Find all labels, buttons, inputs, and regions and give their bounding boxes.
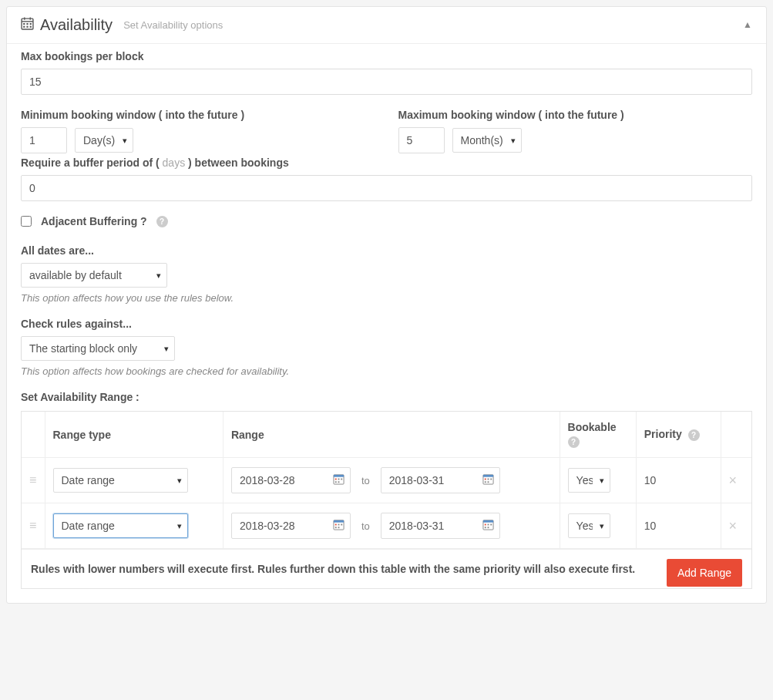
- col-priority: Priority ?: [636, 412, 721, 458]
- calendar-picker-icon[interactable]: [333, 473, 344, 487]
- table-row: ≡Date rangetoYes×: [22, 503, 751, 549]
- calendar-icon: [21, 16, 34, 34]
- svg-rect-22: [485, 481, 486, 483]
- buffer-label-post: ) between bookings: [185, 156, 289, 169]
- col-range-type: Range type: [45, 412, 223, 458]
- help-icon[interactable]: ?: [568, 436, 580, 448]
- col-priority-text: Priority: [644, 428, 682, 440]
- priority-input[interactable]: [644, 474, 691, 486]
- close-icon: ×: [729, 518, 738, 533]
- drag-icon: ≡: [29, 473, 35, 486]
- calendar-picker-icon[interactable]: [333, 519, 344, 533]
- remove-row-button[interactable]: ×: [721, 458, 751, 503]
- panel-subtitle: Set Availability options: [123, 19, 223, 31]
- svg-rect-30: [338, 527, 339, 528]
- check-rules-help: This option affects how bookings are che…: [21, 365, 752, 377]
- buffer-input[interactable]: [21, 175, 752, 201]
- check-rules-label: Check rules against...: [21, 318, 752, 330]
- range-to-text: to: [357, 520, 375, 532]
- help-icon[interactable]: ?: [156, 216, 168, 227]
- svg-rect-14: [341, 479, 342, 480]
- table-footer: Rules with lower numbers will execute fi…: [22, 549, 751, 588]
- panel-header: Availability Set Availability options ▲: [7, 7, 766, 43]
- svg-rect-6: [30, 23, 32, 25]
- add-range-button[interactable]: Add Range: [667, 559, 742, 587]
- rules-note: Rules with lower numbers will execute fi…: [31, 560, 663, 577]
- table-row: ≡Date rangetoYes×: [22, 458, 751, 503]
- range-type-select[interactable]: Date range: [53, 513, 188, 538]
- svg-rect-5: [26, 23, 28, 25]
- svg-rect-36: [485, 527, 486, 528]
- bookable-select[interactable]: Yes: [568, 513, 610, 538]
- remove-row-button[interactable]: ×: [721, 503, 751, 549]
- range-table: Range type Range Bookable ? Priority ?: [22, 412, 751, 549]
- svg-rect-8: [26, 26, 28, 28]
- svg-rect-21: [490, 479, 492, 480]
- svg-rect-20: [487, 479, 489, 480]
- min-window-label: Minimum booking window ( into the future…: [21, 109, 375, 121]
- svg-rect-19: [485, 479, 486, 480]
- adjacent-buffering-label: Adjacent Buffering ?: [41, 215, 147, 227]
- svg-rect-13: [338, 479, 339, 480]
- buffer-label: Require a buffer period of ( days ) betw…: [21, 156, 752, 169]
- collapse-button[interactable]: ▲: [743, 19, 752, 30]
- svg-rect-28: [341, 524, 342, 526]
- panel-body: Max bookings per block Minimum booking w…: [7, 43, 766, 603]
- panel-title: Availability: [40, 16, 113, 34]
- buffer-label-pre: Require a buffer period of (: [21, 156, 163, 169]
- svg-rect-25: [334, 520, 344, 523]
- drag-handle[interactable]: ≡: [22, 458, 45, 503]
- svg-rect-11: [334, 475, 344, 477]
- col-remove: [721, 412, 751, 458]
- chevron-up-icon: ▲: [743, 19, 752, 30]
- max-window-label: Maximum booking window ( into the future…: [398, 109, 753, 121]
- drag-icon: ≡: [29, 519, 35, 532]
- min-window-input[interactable]: [21, 127, 67, 153]
- range-to-text: to: [357, 475, 375, 486]
- col-range: Range: [223, 412, 560, 458]
- calendar-picker-icon[interactable]: [482, 519, 494, 533]
- min-window-unit-select[interactable]: Day(s): [75, 128, 133, 153]
- priority-input[interactable]: [644, 520, 691, 532]
- svg-rect-16: [338, 481, 339, 483]
- svg-rect-23: [487, 481, 489, 483]
- help-icon[interactable]: ?: [688, 429, 700, 441]
- svg-rect-32: [483, 520, 493, 523]
- col-drag: [22, 412, 45, 458]
- svg-rect-35: [490, 524, 492, 526]
- svg-rect-33: [485, 524, 486, 526]
- availability-panel: Availability Set Availability options ▲ …: [6, 6, 767, 604]
- col-bookable: Bookable ?: [560, 412, 636, 458]
- range-type-select[interactable]: Date range: [53, 468, 188, 493]
- svg-rect-18: [483, 475, 493, 477]
- check-rules-select[interactable]: The starting block only: [21, 336, 175, 361]
- max-bookings-label: Max bookings per block: [21, 50, 752, 62]
- bookable-select[interactable]: Yes: [568, 468, 610, 493]
- svg-rect-34: [487, 524, 489, 526]
- svg-rect-7: [23, 26, 25, 28]
- all-dates-help: This option affects how you use the rule…: [21, 292, 752, 304]
- range-table-wrap: Range type Range Bookable ? Priority ?: [21, 411, 752, 589]
- adjacent-buffering-checkbox[interactable]: [21, 216, 32, 227]
- svg-rect-27: [338, 524, 339, 526]
- set-range-label: Set Availability Range :: [21, 391, 752, 403]
- max-window-input[interactable]: [398, 127, 445, 153]
- close-icon: ×: [729, 473, 738, 488]
- svg-rect-29: [335, 527, 337, 528]
- col-bookable-text: Bookable: [568, 421, 617, 433]
- svg-rect-4: [23, 23, 25, 25]
- max-bookings-input[interactable]: [21, 69, 752, 95]
- svg-rect-37: [487, 527, 489, 528]
- svg-rect-12: [335, 479, 337, 480]
- buffer-label-mid: days: [163, 156, 186, 169]
- svg-rect-9: [30, 26, 32, 28]
- max-window-unit-select[interactable]: Month(s): [452, 128, 522, 153]
- all-dates-select[interactable]: available by default: [21, 263, 167, 288]
- drag-handle[interactable]: ≡: [22, 503, 45, 549]
- all-dates-label: All dates are...: [21, 244, 752, 257]
- calendar-picker-icon[interactable]: [482, 473, 494, 487]
- svg-rect-26: [335, 524, 337, 526]
- svg-rect-15: [335, 481, 337, 483]
